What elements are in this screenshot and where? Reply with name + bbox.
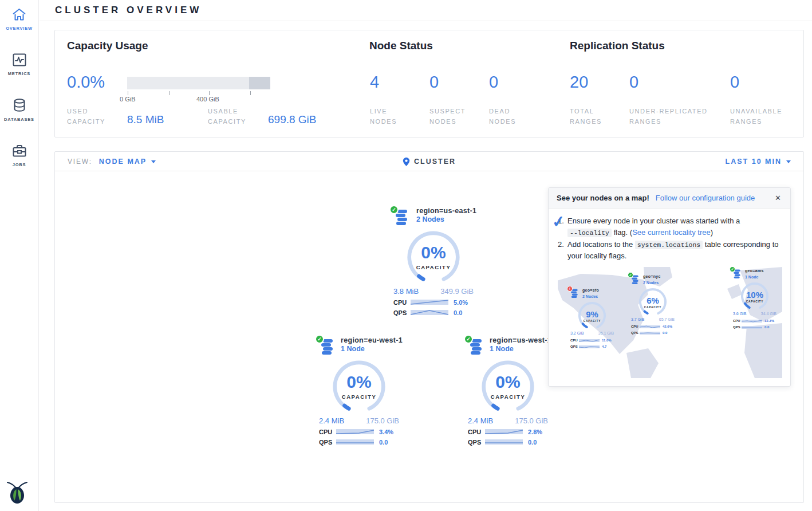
node-count-label: 2 Nodes (643, 280, 661, 286)
capacity-gauge: 0% CAPACITY (332, 359, 387, 414)
region-label: region=us-west-1 (490, 336, 551, 344)
cpu-value: 3.4% (379, 429, 393, 435)
node-card-us-east-1[interactable]: ✓ region=us-east-1 2 Nodes (390, 207, 477, 316)
warning-status-icon: ! (567, 286, 573, 292)
location-pin-icon (403, 157, 410, 167)
qps-sparkline (485, 438, 523, 446)
setup-step-2: 2. Add locations to the system.locations… (558, 239, 781, 261)
popup-header: See your nodes on a map! Follow our conf… (549, 188, 790, 209)
sidebar: OVERVIEW METRICS DATABASES JOBS (0, 0, 39, 511)
node-locality-icon (570, 291, 579, 300)
sidebar-item-label: DATABASES (4, 117, 34, 122)
capacity-gauge: 6% CAPACITY (638, 288, 667, 316)
healthy-status-icon: ✓ (464, 335, 473, 344)
close-icon[interactable]: ✕ (774, 194, 782, 202)
node-total-capacity: 65.7 GiB (659, 317, 675, 323)
sidebar-item-databases[interactable]: DATABASES (0, 98, 38, 130)
cpu-label: CPU (319, 429, 336, 435)
node-count-link[interactable]: 1 Node (490, 345, 551, 353)
unavailable-ranges-label: UNAVAILABLERANGES (730, 106, 782, 127)
sidebar-item-overview[interactable]: OVERVIEW (0, 7, 38, 39)
page-title: CLUSTER OVERVIEW (55, 5, 202, 16)
usable-capacity-value: 699.8 GiB (268, 113, 317, 126)
node-locality-icon (320, 347, 335, 356)
qps-sparkline (742, 325, 762, 329)
capacity-used-percent: 0.0% (67, 73, 105, 92)
sidebar-item-label: JOBS (13, 162, 26, 167)
capacity-tick (169, 91, 170, 95)
capacity-percent: 0% (406, 243, 461, 262)
sidebar-item-metrics[interactable]: METRICS (0, 53, 38, 84)
node-total-capacity: 34.4 GiB (761, 311, 776, 317)
node-locality-icon (733, 272, 742, 280)
node-total-capacity: 175.0 GiB (366, 416, 399, 425)
healthy-status-icon: ✓ (315, 335, 324, 344)
capacity-bar (127, 77, 270, 89)
capacity-caption: CAPACITY (740, 300, 769, 304)
capacity-caption: CAPACITY (578, 319, 606, 323)
dead-nodes-value: 0 (489, 73, 498, 92)
step-text: Ensure every node in your cluster was st… (567, 217, 740, 225)
capacity-tick-label: 0 GiB (120, 96, 136, 103)
popup-title: See your nodes on a map! (557, 194, 649, 202)
region-label: region=us-east-1 (416, 207, 476, 215)
system-locations-code: system.locations (635, 241, 703, 249)
cpu-label: CPU (393, 299, 411, 306)
breadcrumb-label: CLUSTER (414, 158, 456, 166)
node-map-setup-popup: See your nodes on a map! Follow our conf… (548, 187, 791, 387)
cpu-value: 12.3% (764, 319, 774, 324)
cpu-value: 5.0% (454, 299, 468, 306)
qps-sparkline (579, 345, 600, 349)
sidebar-item-label: METRICS (8, 71, 30, 76)
page-header: CLUSTER OVERVIEW (40, 0, 812, 21)
node-count-label: 1 Node (745, 274, 764, 281)
cpu-label: CPU (733, 319, 742, 324)
qps-label: QPS (631, 331, 640, 336)
under-replicated-ranges-value: 0 (629, 73, 638, 92)
locality-breadcrumb[interactable]: CLUSTER (55, 152, 803, 171)
configuration-guide-link[interactable]: Follow our configuration guide (656, 194, 755, 202)
node-count-label: 2 Nodes (582, 294, 599, 300)
used-capacity-value: 8.5 MiB (127, 113, 164, 126)
capacity-caption: CAPACITY (332, 394, 387, 400)
cpu-sparkline (640, 325, 660, 329)
cluster-overview-page: OVERVIEW METRICS DATABASES JOBS (0, 0, 812, 511)
node-count-link[interactable]: 1 Node (341, 345, 403, 353)
node-status-title: Node Status (369, 40, 433, 52)
node-total-capacity: 35.1 GiB (598, 331, 614, 337)
capacity-usage-title: Capacity Usage (67, 40, 148, 52)
capacity-tick-label: 400 GiB (196, 96, 219, 103)
cpu-sparkline (579, 339, 600, 343)
example-node-card-ams: ✓ geo=ams 1 Node (731, 268, 779, 330)
replication-status-title: Replication Status (570, 40, 665, 52)
qps-label: QPS (468, 439, 485, 446)
sidebar-item-jobs[interactable]: JOBS (0, 144, 38, 175)
node-count-link[interactable]: 2 Nodes (416, 215, 476, 223)
step-text: ) (711, 228, 713, 237)
capacity-gauge: 9% CAPACITY (578, 301, 606, 330)
node-card-eu-west-1[interactable]: ✓ region=eu-west-1 1 Node (316, 336, 403, 446)
qps-value: 0.0 (528, 439, 537, 446)
qps-label: QPS (393, 309, 411, 316)
node-card-us-west-1[interactable]: ✓ region=us-west-1 1 Node (464, 336, 551, 446)
locality-tree-link[interactable]: See current locality tree (632, 228, 711, 237)
cockroachdb-logo (5, 478, 29, 508)
node-locality-icon (631, 277, 640, 286)
suspect-nodes-label: SUSPECTNODES (429, 106, 466, 127)
used-capacity-label: USEDCAPACITY (67, 106, 105, 127)
node-locality-icon (395, 217, 409, 227)
qps-sparkline (640, 331, 660, 335)
view-bar: VIEW: NODE MAP CLUSTER LAST 10 MIN (55, 152, 803, 171)
node-used-capacity: 3.7 GiB (631, 317, 644, 323)
qps-value: 0.0 (764, 325, 769, 330)
healthy-status-icon: ✓ (628, 272, 633, 278)
usable-capacity-label: USABLECAPACITY (208, 106, 246, 127)
qps-value: 0.0 (454, 309, 462, 316)
popup-body: ✓ 1. Ensure every node in your cluster w… (549, 209, 790, 386)
capacity-tick (250, 91, 251, 95)
step-number: 2. (558, 239, 564, 250)
setup-step-1: ✓ 1. Ensure every node in your cluster w… (558, 215, 781, 238)
suspect-nodes-value: 0 (429, 73, 439, 92)
capacity-percent: 0% (480, 372, 535, 392)
cluster-summary-card: Capacity Usage 0.0% 0 GiB 400 GiB USEDCA… (54, 30, 804, 137)
